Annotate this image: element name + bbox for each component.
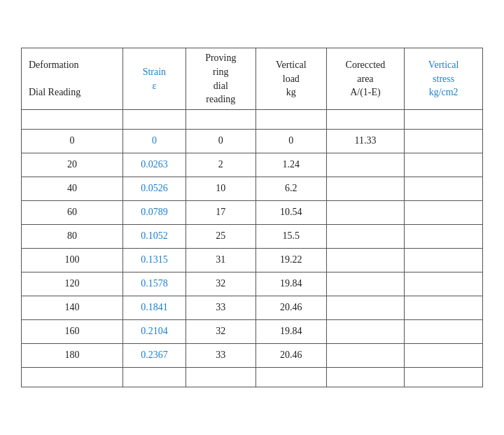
data-table: Deformation Dial Reading Strain ε Provin… <box>21 48 483 387</box>
cell-corrected-area <box>326 272 405 296</box>
cell-vertical-stress <box>405 177 483 200</box>
cell-deformation: 180 <box>22 343 123 367</box>
cell-corrected-area <box>326 109 405 129</box>
cell-vertical-stress <box>405 248 483 272</box>
cell-corrected-area <box>326 224 405 248</box>
table-row: 000011.33 <box>22 129 483 153</box>
col-header-corrected: Coreccted area A/(1-Ε) <box>326 48 405 109</box>
table-row: 600.07891710.54 <box>22 200 483 224</box>
cell-deformation <box>22 367 123 387</box>
cell-proving: 17 <box>186 200 256 224</box>
cell-vertical-load: 15.5 <box>256 224 327 248</box>
cell-deformation <box>22 109 123 129</box>
cell-proving: 33 <box>186 343 256 367</box>
cell-vertical-load: 1.24 <box>256 153 327 177</box>
cell-strain: 0.1315 <box>123 248 186 272</box>
cell-vertical-stress <box>405 296 483 319</box>
cell-strain: 0.1578 <box>123 272 186 296</box>
cell-vertical-load: 0 <box>256 129 327 153</box>
table-body: 000011.33200.026321.24400.0526106.2600.0… <box>22 109 483 387</box>
cell-vertical-load: 19.84 <box>256 319 327 343</box>
cell-vertical-stress <box>405 224 483 248</box>
cell-strain: 0.0526 <box>123 177 186 200</box>
cell-vertical-stress <box>405 200 483 224</box>
cell-vertical-load: 10.54 <box>256 200 327 224</box>
cell-strain: 0.0789 <box>123 200 186 224</box>
cell-corrected-area <box>326 367 405 387</box>
table-row <box>22 109 483 129</box>
table-container: Deformation Dial Reading Strain ε Provin… <box>21 48 483 387</box>
cell-strain: 0.2104 <box>123 319 186 343</box>
header-row: Deformation Dial Reading Strain ε Provin… <box>22 48 483 109</box>
cell-corrected-area <box>326 200 405 224</box>
cell-vertical-load: 19.84 <box>256 272 327 296</box>
cell-deformation: 60 <box>22 200 123 224</box>
cell-corrected-area: 11.33 <box>326 129 405 153</box>
cell-corrected-area <box>326 248 405 272</box>
cell-vertical-stress <box>405 153 483 177</box>
cell-proving: 2 <box>186 153 256 177</box>
table-row: 1000.13153119.22 <box>22 248 483 272</box>
cell-corrected-area <box>326 153 405 177</box>
cell-strain: 0.0263 <box>123 153 186 177</box>
cell-corrected-area <box>326 343 405 367</box>
cell-vertical-load: 20.46 <box>256 343 327 367</box>
col-header-vertical-load: Vertical load kg <box>256 48 327 109</box>
cell-deformation: 40 <box>22 177 123 200</box>
cell-deformation: 80 <box>22 224 123 248</box>
cell-corrected-area <box>326 296 405 319</box>
cell-vertical-stress <box>405 272 483 296</box>
cell-strain: 0.1052 <box>123 224 186 248</box>
cell-corrected-area <box>326 319 405 343</box>
cell-deformation: 140 <box>22 296 123 319</box>
cell-deformation: 100 <box>22 248 123 272</box>
cell-deformation: 120 <box>22 272 123 296</box>
cell-strain <box>123 109 186 129</box>
cell-deformation: 0 <box>22 129 123 153</box>
cell-proving <box>186 109 256 129</box>
cell-vertical-stress <box>405 343 483 367</box>
col-header-strain: Strain ε <box>123 48 186 109</box>
cell-proving: 33 <box>186 296 256 319</box>
col-header-vertical-stress: Vertical stress kg/cm2 <box>405 48 483 109</box>
cell-strain: 0 <box>123 129 186 153</box>
table-row: 400.0526106.2 <box>22 177 483 200</box>
cell-deformation: 20 <box>22 153 123 177</box>
cell-proving: 25 <box>186 224 256 248</box>
table-row: 1200.15783219.84 <box>22 272 483 296</box>
cell-corrected-area <box>326 177 405 200</box>
cell-vertical-load: 19.22 <box>256 248 327 272</box>
cell-proving <box>186 367 256 387</box>
table-row: 200.026321.24 <box>22 153 483 177</box>
cell-strain: 0.2367 <box>123 343 186 367</box>
cell-vertical-load <box>256 367 327 387</box>
table-row: 1600.21043219.84 <box>22 319 483 343</box>
cell-proving: 0 <box>186 129 256 153</box>
cell-vertical-load: 6.2 <box>256 177 327 200</box>
cell-deformation: 160 <box>22 319 123 343</box>
cell-strain <box>123 367 186 387</box>
table-row: 1400.18413320.46 <box>22 296 483 319</box>
table-row: 800.10522515.5 <box>22 224 483 248</box>
cell-vertical-stress <box>405 319 483 343</box>
cell-proving: 32 <box>186 319 256 343</box>
col-header-proving: Proving ring dial reading <box>186 48 256 109</box>
table-row <box>22 367 483 387</box>
cell-proving: 31 <box>186 248 256 272</box>
table-row: 1800.23673320.46 <box>22 343 483 367</box>
cell-strain: 0.1841 <box>123 296 186 319</box>
cell-vertical-stress <box>405 109 483 129</box>
cell-vertical-stress <box>405 129 483 153</box>
cell-vertical-load <box>256 109 327 129</box>
cell-vertical-load: 20.46 <box>256 296 327 319</box>
cell-vertical-stress <box>405 367 483 387</box>
cell-proving: 10 <box>186 177 256 200</box>
col-header-deformation: Deformation Dial Reading <box>22 48 123 109</box>
cell-proving: 32 <box>186 272 256 296</box>
